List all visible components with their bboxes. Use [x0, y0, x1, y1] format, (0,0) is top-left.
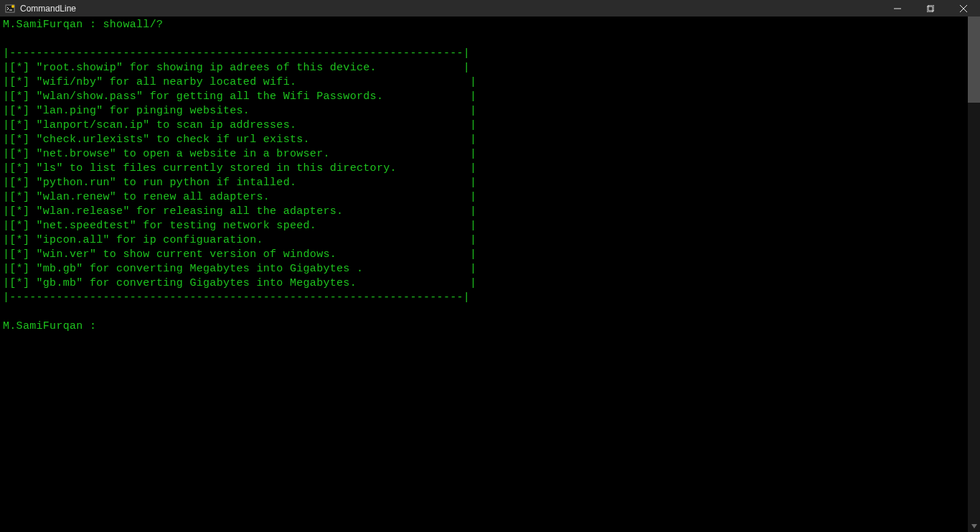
help-line: |[*] "wlan.renew" to renew all adapters.…: [3, 191, 476, 203]
help-line: |[*] "net.speedtest" for testing network…: [3, 220, 476, 232]
help-line: |[*] "mb.gb" for converting Megabytes in…: [3, 263, 476, 275]
scroll-down-button[interactable]: [968, 520, 980, 532]
help-line: |[*] "wlan/show.pass" for getting all th…: [3, 90, 476, 103]
help-line: |[*] "ipcon.all" for ip configuaration. …: [3, 234, 476, 246]
help-line: |[*] "lanport/scan.ip" to scan ip addres…: [3, 119, 476, 131]
svg-marker-9: [971, 524, 977, 528]
prompt-next: M.SamiFurqan :: [3, 320, 103, 332]
titlebar[interactable]: CommandLine: [0, 0, 980, 17]
app-icon: [4, 3, 16, 14]
svg-point-2: [11, 5, 14, 8]
terminal-wrap: M.SamiFurqan : showall/? |--------------…: [0, 17, 980, 532]
help-line: |[*] "root.showip" for showing ip adrees…: [3, 62, 470, 74]
help-line: |[*] "python.run" to run python if intal…: [3, 177, 476, 189]
help-line: |[*] "win.ver" to show current version o…: [3, 248, 476, 261]
maximize-button[interactable]: [914, 0, 947, 17]
rule-top: |---------------------------------------…: [3, 47, 470, 60]
scrollbar-thumb[interactable]: [968, 17, 980, 103]
close-icon: [960, 5, 967, 12]
maximize-icon: [927, 5, 934, 12]
help-line: |[*] "net.browse" to open a website in a…: [3, 148, 476, 160]
minimize-button[interactable]: [881, 0, 914, 17]
close-button[interactable]: [947, 0, 980, 17]
help-line: |[*] "wlan.release" for releasing all th…: [3, 205, 476, 218]
prompt-line: M.SamiFurqan : showall/?: [3, 19, 163, 31]
help-line: |[*] "lan.ping" for pinging websites. |: [3, 105, 476, 117]
svg-rect-4: [927, 6, 933, 12]
terminal[interactable]: M.SamiFurqan : showall/? |--------------…: [0, 17, 968, 532]
chevron-down-icon: [971, 524, 977, 528]
help-line: |[*] "gb.mb" for converting Gigabytes in…: [3, 277, 476, 289]
scrollbar[interactable]: [968, 17, 980, 532]
help-line: |[*] "check.urlexists" to check if url e…: [3, 134, 476, 146]
svg-rect-5: [928, 5, 934, 11]
window-title: CommandLine: [20, 4, 76, 14]
help-line: |[*] "wifi/nby" for all nearby located w…: [3, 76, 476, 88]
minimize-icon: [894, 5, 901, 12]
help-line: |[*] "ls" to list files currently stored…: [3, 162, 476, 174]
rule-bottom: |---------------------------------------…: [3, 291, 470, 304]
